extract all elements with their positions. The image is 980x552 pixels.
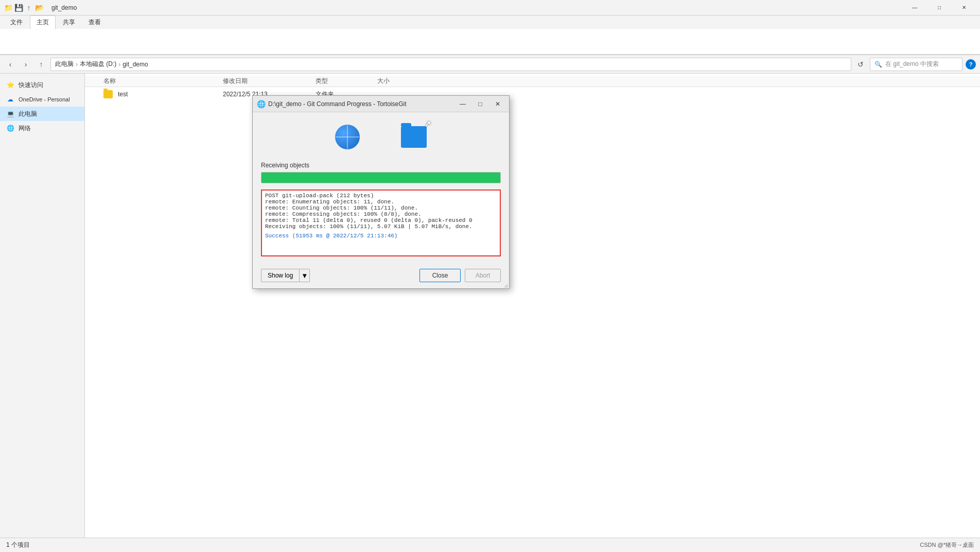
dialog-overlay: 🌐 D:\git_demo - Git Command Progress - T… xyxy=(0,0,980,552)
dialog-titlebar: 🌐 D:\git_demo - Git Command Progress - T… xyxy=(253,96,509,112)
show-log-group: Show log ▼ xyxy=(261,269,310,282)
dialog-body: ↗ Receiving objects POST git-upload-pack… xyxy=(253,112,509,265)
dialog-minimize-button[interactable]: — xyxy=(456,99,470,109)
progress-label: Receiving objects xyxy=(261,162,501,169)
dialog-footer: Show log ▼ Close Abort xyxy=(253,265,509,288)
log-line-4: remote: Total 11 (delta 0), reused 0 (de… xyxy=(265,217,497,223)
show-log-dropdown-button[interactable]: ▼ xyxy=(300,269,310,282)
log-area[interactable]: POST git-upload-pack (212 bytes) remote:… xyxy=(261,189,501,256)
dialog-close-button[interactable]: ✕ xyxy=(491,99,505,109)
folder-blue-icon xyxy=(401,126,427,148)
dialog-close-action-button[interactable]: Close xyxy=(419,269,461,282)
folder-icon-container: ↗ xyxy=(401,126,427,148)
dialog-action-buttons: Close Abort xyxy=(419,269,501,282)
resize-handle[interactable]: ⊿ xyxy=(503,282,509,288)
arrow-icon: ↗ xyxy=(424,119,431,129)
dialog-title-text: D:\git_demo - Git Command Progress - Tor… xyxy=(268,100,452,108)
progress-bar-container xyxy=(261,172,501,183)
progress-bar-fill xyxy=(261,173,500,183)
log-line-2: remote: Counting objects: 100% (11/11), … xyxy=(265,205,497,211)
log-success-line: Success (51953 ms @ 2022/12/5 21:13:46) xyxy=(265,233,497,239)
log-line-1: remote: Enumerating objects: 11, done. xyxy=(265,199,497,205)
dialog-icons: ↗ xyxy=(261,120,501,153)
globe-icon xyxy=(335,125,360,149)
dialog-abort-button[interactable]: Abort xyxy=(465,269,501,282)
log-line-3: remote: Compressing objects: 100% (8/8),… xyxy=(265,211,497,217)
log-line-0: POST git-upload-pack (212 bytes) xyxy=(265,193,497,199)
dialog-title-icon: 🌐 xyxy=(257,100,265,108)
git-progress-dialog: 🌐 D:\git_demo - Git Command Progress - T… xyxy=(252,95,510,289)
log-line-5: Receiving objects: 100% (11/11), 5.07 Ki… xyxy=(265,223,497,230)
show-log-button[interactable]: Show log xyxy=(261,269,300,282)
dialog-maximize-button[interactable]: □ xyxy=(473,99,487,109)
